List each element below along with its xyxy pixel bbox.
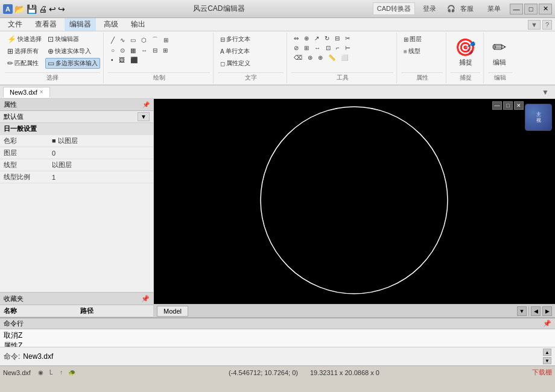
- singleline-text-btn[interactable]: A 单行文本: [218, 46, 253, 57]
- drawing-canvas[interactable]: [154, 99, 555, 304]
- tool-rotate-btn[interactable]: ↻: [322, 34, 332, 43]
- tool-erase-btn[interactable]: ⌫: [291, 53, 305, 62]
- model-tab-scroll-down[interactable]: ▼: [517, 306, 527, 316]
- tool-array-btn[interactable]: ⊞: [302, 43, 311, 52]
- menu-output[interactable]: 输出: [126, 18, 150, 31]
- select-group-content: ⚡ 快速选择 ⊞ 选择所有 ✏ 匹配属性 ⊡ 块编辑器 ⊕: [5, 34, 100, 71]
- draw-img-btn[interactable]: 🖼: [116, 55, 127, 65]
- select-all-btn[interactable]: ⊞ 选择所有: [5, 46, 44, 57]
- cmd-scroll-down-btn[interactable]: ▼: [543, 357, 551, 364]
- draw-table-btn[interactable]: ⊞: [160, 46, 170, 55]
- tool-offset-btn[interactable]: ⊘: [291, 43, 301, 52]
- tool-copy-btn[interactable]: ⊕: [302, 34, 311, 43]
- edit-btn[interactable]: ✏ 编辑: [488, 34, 510, 70]
- draw-point-btn[interactable]: •: [109, 55, 116, 65]
- tool-explode-btn[interactable]: ⊛: [305, 53, 315, 62]
- draw-fill-btn[interactable]: ⬛: [128, 55, 140, 65]
- tab-scroll-arrow[interactable]: ▼: [539, 88, 552, 96]
- tool-move-btn[interactable]: ↗: [312, 34, 322, 43]
- toolbar-icon-print[interactable]: 🖨: [39, 4, 47, 14]
- multiline-text-btn[interactable]: ⊟ 多行文本: [218, 34, 253, 45]
- capture-group-label: 捕捉: [451, 72, 480, 82]
- tool-trim-btn[interactable]: ✂: [343, 34, 352, 43]
- toolbar-icon-open[interactable]: 📂: [14, 4, 25, 14]
- prop-row-linescale: 线型比例 1: [0, 171, 153, 183]
- favorites-pin-icon[interactable]: 📌: [141, 295, 150, 303]
- cmd-pin-icon[interactable]: 📌: [543, 320, 551, 327]
- draw-rect-btn[interactable]: ▭: [128, 36, 138, 45]
- tools-row3: ⌫ ⊛ ⊕ 📏 ⬜: [291, 53, 353, 62]
- text-group-label: 文字: [218, 72, 284, 82]
- capture-icon: 🎯: [455, 37, 476, 57]
- tool-break-btn[interactable]: ⊡: [323, 43, 333, 52]
- tool-join-btn[interactable]: ⊕: [316, 53, 325, 62]
- model-tab-scroll-left[interactable]: ◀: [531, 306, 541, 316]
- draw-poly-btn[interactable]: ⬡: [139, 36, 149, 45]
- toolbar-icon-redo[interactable]: ↪: [58, 4, 65, 14]
- select-all-icon: ⊞: [7, 47, 13, 55]
- match-props-btn[interactable]: ✏ 匹配属性: [5, 58, 44, 69]
- tool-mirror-btn[interactable]: ⇔: [291, 34, 301, 43]
- draw-extra-btn[interactable]: ⊟: [150, 46, 160, 55]
- command-input[interactable]: [23, 352, 540, 361]
- attr-def-btn[interactable]: ◻ 属性定义: [218, 58, 253, 69]
- menu-file[interactable]: 文件: [3, 18, 27, 31]
- ribbon-group-select: ⚡ 快速选择 ⊞ 选择所有 ✏ 匹配属性 ⊡ 块编辑器 ⊕: [2, 33, 104, 83]
- tool-block-btn[interactable]: ⬜: [338, 53, 350, 62]
- block-editor-btn[interactable]: ⊡ 块编辑器: [45, 34, 100, 45]
- layer-btn[interactable]: ⊞ 图层: [401, 34, 424, 45]
- menu-viewer[interactable]: 查看器: [30, 18, 62, 31]
- polygon-input-btn[interactable]: ▭ 多边形实体输入: [45, 58, 100, 69]
- draw-curve-btn[interactable]: ∿: [118, 36, 127, 45]
- command-output[interactable]: 取消Z 属性Z: [0, 329, 555, 347]
- close-button[interactable]: ✕: [539, 4, 552, 14]
- draw-ellipse-btn[interactable]: ⊙: [118, 46, 127, 55]
- service-btn[interactable]: 🎧 客服: [444, 3, 480, 14]
- canvas-ctrl-close[interactable]: ✕: [514, 101, 524, 110]
- quick-select-btn[interactable]: ⚡ 快速选择: [5, 34, 44, 45]
- tool-extend-btn[interactable]: ⊢: [343, 43, 353, 52]
- tool-stretch-btn[interactable]: ↔: [312, 43, 323, 52]
- toolbar-icon-save[interactable]: 💾: [27, 4, 37, 14]
- draw-dim-btn[interactable]: ↔: [139, 46, 150, 55]
- model-tab[interactable]: Model: [157, 306, 188, 317]
- menu-advanced[interactable]: 高级: [99, 18, 123, 31]
- dropdown-btn[interactable]: ▼: [138, 112, 150, 121]
- status-icon-l[interactable]: L: [47, 368, 56, 377]
- status-icon-circle[interactable]: ◉: [37, 368, 45, 377]
- menu-btn[interactable]: 菜单: [484, 3, 504, 14]
- navigation-cube[interactable]: 主视: [525, 104, 552, 131]
- doc-tab-name: New3.dxf: [10, 89, 37, 96]
- ribbon-group-properties: ⊞ 图层 ≡ 线型 属性: [398, 33, 446, 83]
- tool-scale-btn[interactable]: ⊟: [332, 34, 342, 43]
- toolbar-icon-undo[interactable]: ↩: [49, 4, 56, 14]
- cmd-scroll-up[interactable]: ▲: [543, 349, 551, 356]
- minimize-button[interactable]: —: [510, 4, 523, 14]
- tool-fillet-btn[interactable]: ⌐: [334, 43, 342, 52]
- canvas-area[interactable]: 主视 — □ ✕ Model ▼ ◀ ▶: [154, 99, 555, 317]
- cad-converter-btn[interactable]: CAD转换器: [373, 2, 415, 15]
- status-icon-turtle[interactable]: 🐢: [68, 368, 76, 377]
- draw-tool6-btn[interactable]: ⊞: [161, 36, 171, 45]
- draw-arc-btn[interactable]: ⌒: [150, 34, 160, 45]
- status-icon-arrow-up[interactable]: ↑: [57, 368, 66, 377]
- draw-line-btn[interactable]: ╱: [109, 36, 117, 45]
- properties-scroll[interactable]: 日一般设置 色彩 ■ 以图层 图层 0 线型 以图层 线型比例 1: [0, 123, 153, 292]
- linetype-btn[interactable]: ≡ 线型: [401, 46, 424, 57]
- question-icon[interactable]: ?: [542, 20, 552, 30]
- draw-hatch-btn[interactable]: ▦: [128, 46, 138, 55]
- model-tab-scroll-right[interactable]: ▶: [542, 306, 552, 316]
- quick-import-btn[interactable]: ⊕ 快速实体导入: [45, 46, 100, 57]
- canvas-ctrl-minus[interactable]: —: [492, 101, 502, 110]
- maximize-button[interactable]: □: [524, 4, 538, 14]
- canvas-ctrl-box[interactable]: □: [503, 101, 513, 110]
- draw-circle-btn[interactable]: ○: [109, 46, 117, 55]
- doc-tab-close[interactable]: ×: [40, 89, 43, 95]
- capture-btn[interactable]: 🎯 捕捉: [451, 34, 480, 70]
- help-icon[interactable]: ▼: [528, 20, 541, 30]
- login-btn[interactable]: 登录: [420, 3, 439, 14]
- menu-editor[interactable]: 编辑器: [65, 18, 96, 31]
- properties-pin-icon[interactable]: 📌: [142, 101, 150, 108]
- document-tab-new3[interactable]: New3.dxf ×: [3, 87, 50, 98]
- tool-measure-btn[interactable]: 📏: [326, 53, 338, 62]
